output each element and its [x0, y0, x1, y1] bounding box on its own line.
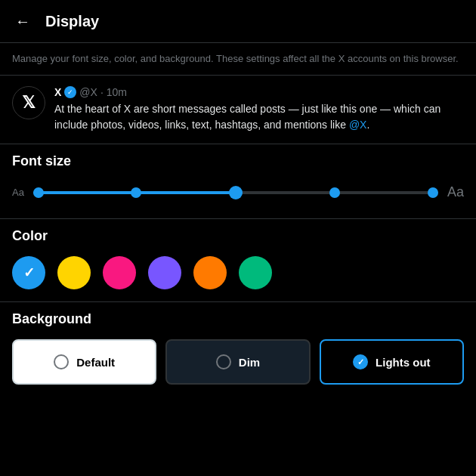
avatar: 𝕏 — [12, 86, 45, 119]
bg-option-default[interactable]: Default — [12, 339, 156, 385]
color-option-blue[interactable]: ✓ — [12, 256, 45, 289]
back-button[interactable]: ← — [12, 11, 33, 32]
color-section: Color ✓ — [0, 219, 476, 302]
bg-default-label: Default — [76, 356, 115, 369]
font-size-label: Font size — [12, 153, 464, 169]
radio-check-icon: ✓ — [357, 357, 364, 367]
font-size-slider-container — [33, 185, 438, 200]
background-section: Background Default Dim ✓ Lights out — [0, 302, 476, 397]
color-options: ✓ — [12, 256, 464, 289]
font-size-section: Font size Aa Aa — [0, 144, 476, 219]
color-option-yellow[interactable] — [57, 256, 91, 289]
bg-option-dim[interactable]: Dim — [165, 339, 310, 385]
display-settings-page: ← Display Manage your font size, color, … — [0, 0, 476, 476]
tweet-preview: 𝕏 X ✓ @X · 10m At the heart of X are sho… — [0, 76, 476, 144]
color-option-purple[interactable] — [148, 256, 181, 289]
bg-dim-label: Dim — [239, 356, 260, 369]
radio-default — [54, 354, 69, 369]
bg-lights-out-label: Lights out — [376, 356, 430, 369]
color-label: Color — [12, 228, 464, 244]
tweet-time: 10m — [107, 86, 127, 98]
color-option-green[interactable] — [239, 256, 272, 289]
background-label: Background — [12, 311, 464, 327]
tweet-mention-link[interactable]: @X — [349, 119, 367, 131]
tweet-body: X ✓ @X · 10m At the heart of X are short… — [54, 86, 464, 133]
color-option-orange[interactable] — [193, 256, 227, 289]
tweet-dot: · — [100, 86, 104, 98]
bg-option-lights-out[interactable]: ✓ Lights out — [320, 339, 464, 385]
verified-badge-icon: ✓ — [64, 86, 76, 98]
page-title: Display — [45, 13, 99, 30]
tweet-text: At the heart of X are short messages cal… — [54, 101, 464, 133]
settings-subtitle: Manage your font size, color, and backgr… — [0, 43, 476, 76]
background-options: Default Dim ✓ Lights out — [12, 339, 464, 385]
tweet-handle: @X — [79, 86, 97, 98]
header: ← Display — [0, 0, 476, 43]
radio-dim — [216, 354, 231, 369]
tweet-meta: X ✓ @X · 10m — [54, 86, 464, 98]
tweet-name: X — [54, 86, 61, 98]
font-size-small-label: Aa — [12, 187, 24, 198]
back-icon: ← — [15, 13, 30, 29]
color-check-blue: ✓ — [23, 264, 35, 281]
font-size-row: Aa Aa — [12, 181, 464, 212]
x-logo-icon: 𝕏 — [22, 93, 36, 113]
radio-lights-out: ✓ — [353, 354, 368, 369]
font-size-large-label: Aa — [447, 184, 464, 200]
color-option-pink[interactable] — [103, 256, 136, 289]
